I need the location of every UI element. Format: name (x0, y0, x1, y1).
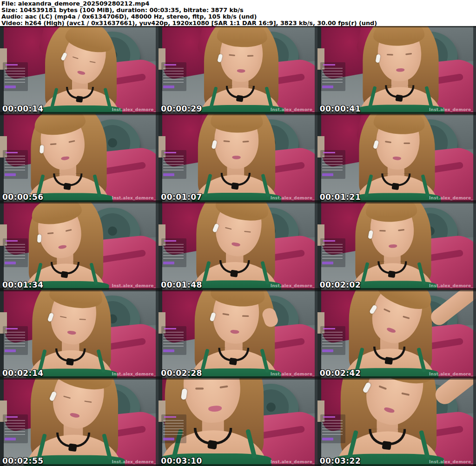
choker-pendant (60, 271, 68, 278)
choker-pendant (207, 440, 218, 449)
video-thumbnail: 00:03:22 Inst.alex_demore_ (317, 378, 476, 466)
person-head (211, 290, 261, 345)
video-thumbnail: 00:00:56 Inst.alex_demore_ (0, 114, 159, 202)
person-head (377, 26, 422, 82)
lips (232, 156, 240, 159)
video-frame (0, 202, 159, 290)
video-frame (159, 202, 317, 290)
choker-pendant (388, 271, 396, 278)
stream-overlay (3, 238, 28, 267)
watermark-text: Inst.alex_demore_ (112, 372, 156, 376)
stream-overlay-badge (322, 262, 333, 264)
watermark-text: Inst.alex_demore_ (271, 460, 315, 464)
frame-top-shade (159, 378, 317, 380)
earbud (40, 145, 44, 154)
video-frame (0, 114, 159, 202)
timestamp-label: 00:02:14 (2, 369, 44, 377)
stream-overlay (161, 238, 186, 267)
person (350, 114, 444, 202)
frame-top-shade (0, 202, 159, 203)
watermark-text: Inst.alex_demore_ (271, 372, 315, 376)
watermark-text: Inst.alex_demore_ (271, 284, 315, 288)
earbud (37, 234, 41, 243)
choker-pendant (68, 443, 77, 452)
frame-top-shade (317, 26, 476, 27)
timestamp-label: 00:02:02 (320, 281, 361, 289)
timestamp-label: 00:00:14 (2, 105, 44, 113)
video-frame (159, 114, 317, 202)
stream-overlay-badge (5, 438, 16, 440)
choker-pendant (392, 183, 400, 190)
watermark-text: Inst.alex_demore_ (271, 108, 315, 112)
video-frame (317, 114, 476, 202)
stream-overlay (161, 414, 186, 443)
stream-overlay (320, 62, 345, 91)
person (189, 114, 284, 202)
stream-overlay-badge (322, 85, 333, 88)
frame-top-shade (317, 290, 476, 291)
frame-top-shade (0, 114, 159, 115)
frame-top-shade (317, 114, 476, 115)
watermark-text: Inst.alex_demore_ (271, 196, 315, 200)
video-thumbnail: 00:00:41 Inst.alex_demore_ (317, 26, 476, 114)
timestamp-label: 00:02:42 (320, 369, 361, 377)
watermark-text: Inst.alex_demore_ (112, 108, 156, 112)
timestamp-label: 00:02:28 (161, 369, 202, 377)
stream-overlay (320, 150, 345, 179)
stream-overlay-badge (163, 85, 174, 88)
metadata-size-line: Size: 104539181 bytes (100 MiB), duratio… (1, 7, 476, 13)
choker-pendant (385, 356, 393, 364)
left-eye (379, 230, 386, 232)
person-head (214, 114, 259, 169)
person (339, 290, 442, 378)
stream-overlay-badge (5, 85, 16, 88)
person-head (34, 202, 85, 261)
stream-overlay (3, 150, 28, 179)
timestamp-label: 00:01:34 (2, 281, 44, 289)
video-frame (159, 378, 317, 466)
left-eye (195, 387, 204, 389)
metadata-audio-line: Audio: aac (LC) (mp4a / 0x6134706D), 480… (1, 13, 476, 20)
person (20, 378, 128, 466)
timestamp-label: 00:01:48 (161, 281, 202, 289)
person-head (37, 114, 88, 172)
choker-pendant (229, 357, 238, 365)
frame-top-shade (317, 378, 476, 380)
timestamp-label: 00:00:56 (2, 193, 44, 201)
right-eye (242, 315, 249, 317)
choker-pendant (63, 183, 71, 190)
timestamp-label: 00:03:22 (320, 457, 361, 465)
frame-right-edge (473, 26, 476, 114)
person (354, 26, 448, 114)
frame-right-edge (473, 114, 476, 202)
video-frame (159, 26, 317, 114)
right-eye (242, 141, 249, 143)
stream-overlay-badge (322, 438, 333, 440)
person-face (181, 378, 243, 425)
frame-top-shade (317, 202, 476, 203)
video-frame (317, 378, 476, 466)
video-frame (0, 378, 159, 466)
stream-overlay-badge (163, 438, 174, 440)
video-frame (317, 290, 476, 378)
video-thumbnail: 00:03:10 Inst.alex_demore_ (159, 378, 317, 466)
contact-sheet: File: alexandra_demore_202509280212.mp4 … (0, 0, 476, 466)
person (330, 378, 448, 466)
choker-pendant (66, 358, 74, 365)
stream-overlay-badge (163, 173, 174, 176)
timestamp-label: 00:00:41 (320, 105, 361, 113)
stream-overlay-badge (322, 173, 333, 176)
watermark-text: Inst.alex_demore_ (429, 108, 473, 112)
video-thumbnail: 00:02:02 Inst.alex_demore_ (317, 202, 476, 290)
left-eye (50, 143, 56, 145)
person (20, 202, 112, 290)
timestamp-label: 00:03:10 (161, 457, 202, 465)
choker-pendant (382, 441, 392, 450)
video-thumbnail: 00:00:29 Inst.alex_demore_ (159, 26, 317, 114)
frame-top-shade (159, 114, 317, 115)
timestamp-label: 00:01:07 (161, 193, 202, 201)
video-thumbnail: 00:01:07 Inst.alex_demore_ (159, 114, 317, 202)
right-eye (404, 143, 410, 144)
watermark-text: Inst.alex_demore_ (429, 460, 473, 464)
thumbnail-grid: 00:00:14 Inst.alex_demore_ (0, 26, 476, 466)
